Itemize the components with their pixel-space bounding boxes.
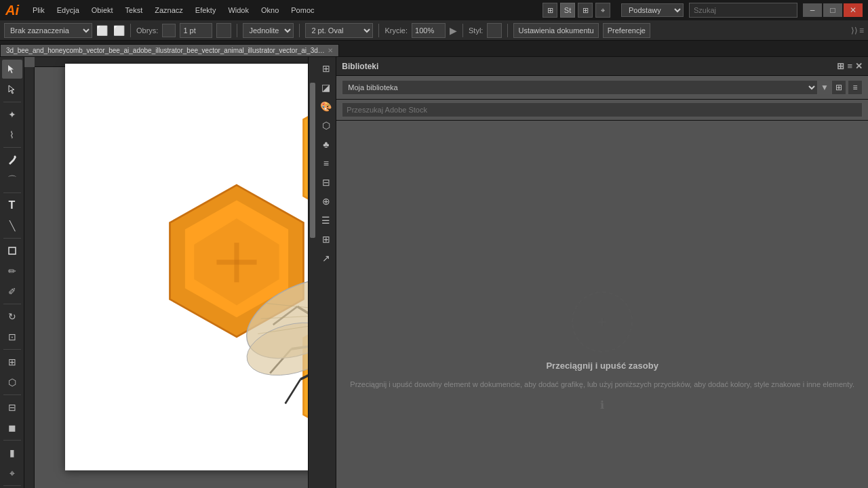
- stroke-swatch: [162, 24, 176, 37]
- vertical-ruler: [24, 67, 35, 488]
- maximize-button[interactable]: □: [823, 3, 842, 17]
- rectangle-tool[interactable]: [2, 241, 22, 260]
- free-transform-tool[interactable]: ⊞: [2, 352, 22, 371]
- artboard[interactable]: [65, 64, 316, 470]
- menu-obiekt[interactable]: Obiekt: [86, 3, 119, 17]
- direct-selection-tool[interactable]: [2, 80, 22, 99]
- stroke-icon: ⬜: [113, 25, 125, 36]
- mode-icon[interactable]: St: [560, 3, 575, 18]
- menu-widok[interactable]: Widok: [222, 3, 254, 17]
- drop-description: Przeciągnij i upuść dowolny element w do…: [350, 379, 854, 390]
- selection-icon: ⬜: [96, 25, 108, 36]
- library-list-btn[interactable]: ≡: [848, 80, 863, 95]
- panel-header: Biblioteki ⊞ ≡ ✕: [336, 57, 868, 76]
- doc-settings-button[interactable]: Ustawienia dokumentu: [513, 23, 598, 38]
- perspective-grid-tool[interactable]: ⊟: [2, 398, 22, 417]
- paintbrush-tool[interactable]: ✏: [2, 262, 22, 281]
- library-select[interactable]: Moja biblioteka: [342, 80, 818, 95]
- workspace-selector[interactable]: Podstawy: [621, 3, 684, 17]
- gradient-tool[interactable]: ◼: [2, 418, 22, 437]
- canvas-vertical-scrollbar[interactable]: [308, 57, 316, 488]
- panel-collapse-icon[interactable]: ⟩⟩: [851, 26, 858, 35]
- stroke-options[interactable]: [216, 23, 231, 38]
- transform-icon[interactable]: ⊕: [317, 192, 335, 210]
- tab-title: 3d_bee_and_honeycomb_vector_bee_ai_adobe…: [6, 47, 325, 54]
- menu-okno[interactable]: Okno: [256, 3, 284, 17]
- selection-selector[interactable]: Brak zaznaczenia: [4, 23, 92, 38]
- grid-icon[interactable]: ⊞: [578, 3, 593, 18]
- swatches-icon[interactable]: ⬡: [317, 117, 335, 134]
- opacity-label: Krycie:: [384, 26, 408, 35]
- opacity-input[interactable]: [412, 23, 446, 38]
- search-input[interactable]: [689, 3, 797, 18]
- svg-line-42: [285, 380, 300, 404]
- preferences-button[interactable]: Preferencje: [603, 23, 650, 38]
- menu-edycja[interactable]: Edycja: [52, 3, 85, 17]
- brush-icon[interactable]: ⌖: [595, 3, 610, 18]
- menu-zaznacz[interactable]: Zaznacz: [149, 3, 189, 17]
- scale-tool[interactable]: ⊡: [2, 327, 22, 346]
- stroke-style-select[interactable]: Jednolite: [243, 23, 294, 38]
- menu-efekty[interactable]: Efekty: [190, 3, 222, 17]
- symbols-icon[interactable]: ≡: [317, 155, 335, 172]
- document-tab[interactable]: 3d_bee_and_honeycomb_vector_bee_ai_adobe…: [0, 44, 339, 56]
- help-icon[interactable]: ℹ: [600, 399, 604, 411]
- graphic-styles-icon[interactable]: ⊟: [317, 174, 335, 191]
- library-empty-state: + Przeciągnij i upuść zasoby Przeciągnij…: [336, 121, 868, 488]
- type-tool[interactable]: T: [2, 196, 22, 215]
- close-button[interactable]: ✕: [844, 3, 863, 17]
- bee-illustration: [65, 64, 316, 470]
- brushes-icon[interactable]: ♣: [317, 136, 335, 153]
- tab-close-icon[interactable]: ✕: [328, 47, 333, 54]
- right-panel-area: ⊞ ◪ 🎨 ⬡ ♣ ≡ ⊟ ⊕ ☰ ⊞ ↗ Biblioteki ⊞ ≡: [316, 57, 868, 488]
- lasso-tool[interactable]: ⌇: [2, 125, 22, 144]
- library-selector: Moja biblioteka ▼ ⊞ ≡: [336, 76, 868, 100]
- library-dropdown-icon[interactable]: ▼: [821, 83, 829, 92]
- slice-tool[interactable]: ⌖: [2, 464, 22, 483]
- arrange-icon[interactable]: ⊞: [542, 3, 557, 18]
- stroke-width-input[interactable]: [180, 23, 212, 38]
- rotate-tool[interactable]: ↻: [2, 307, 22, 326]
- curvature-tool[interactable]: ⌒: [2, 171, 22, 190]
- selection-tool[interactable]: [2, 60, 22, 79]
- menu-pomoc[interactable]: Pomoc: [285, 3, 319, 17]
- library-grid-btn[interactable]: ⊞: [831, 80, 846, 95]
- libraries-panel: Biblioteki ⊞ ≡ ✕ Moja biblioteka ▼ ⊞ ≡: [336, 57, 868, 488]
- line-segment-tool[interactable]: ╲: [2, 216, 22, 235]
- left-toolbar: ✦ ⌇ ⌒ T ╲ ✏ ✐ ↻ ⊡ ⊞ ⬡ ⊟ ◼ ▮ ⌖ ⊕ ✋: [0, 57, 24, 488]
- panel-options-icon[interactable]: ≡: [859, 26, 864, 35]
- menu-tekst[interactable]: Tekst: [120, 3, 149, 17]
- canvas-area[interactable]: [24, 57, 316, 488]
- window-controls: – □ ✕: [803, 3, 863, 17]
- minimize-button[interactable]: –: [803, 3, 822, 17]
- chart-tool[interactable]: ▮: [2, 443, 22, 462]
- color-icon[interactable]: 🎨: [317, 98, 335, 115]
- menu-plik[interactable]: Plik: [27, 3, 50, 17]
- pathfinder-icon[interactable]: ⊞: [317, 230, 335, 248]
- options-bar: Brak zaznaczenia ⬜ ⬜ Obrys: Jednolite 2 …: [0, 20, 868, 41]
- stroke-style2-select[interactable]: 2 pt. Oval: [305, 23, 373, 38]
- library-search-input[interactable]: [342, 102, 863, 117]
- workspace-select[interactable]: Podstawy: [621, 3, 684, 17]
- list-view-btn[interactable]: ≡: [847, 61, 852, 71]
- stroke-label: Obrys:: [136, 26, 158, 35]
- opacity-expand-icon[interactable]: ▶: [450, 25, 457, 36]
- library-search-bar: [336, 100, 868, 121]
- document-tabs: 3d_bee_and_honeycomb_vector_bee_ai_adobe…: [0, 41, 868, 57]
- appearance-icon[interactable]: ◪: [317, 79, 335, 96]
- align-icon[interactable]: ☰: [317, 211, 335, 229]
- shaper-tool[interactable]: ⬡: [2, 373, 22, 392]
- external-link-icon[interactable]: ↗: [317, 249, 335, 267]
- drop-title: Przeciągnij i upuść zasoby: [546, 361, 658, 371]
- main-area: ✦ ⌇ ⌒ T ╲ ✏ ✐ ↻ ⊡ ⊞ ⬡ ⊟ ◼ ▮ ⌖ ⊕ ✋: [0, 57, 868, 488]
- libraries-icon[interactable]: ⊞: [317, 60, 335, 77]
- svg-point-0: [14, 156, 16, 158]
- pencil-tool[interactable]: ✐: [2, 282, 22, 301]
- pen-tool[interactable]: [2, 150, 22, 169]
- magic-wand-tool[interactable]: ✦: [2, 105, 22, 124]
- canvas-vertical-scrollbar-thumb[interactable]: [310, 83, 315, 238]
- panel-title: Biblioteki: [342, 62, 378, 71]
- panel-close-btn[interactable]: ✕: [855, 61, 863, 71]
- drop-zone-circle[interactable]: +: [572, 291, 633, 352]
- grid-view-btn[interactable]: ⊞: [837, 61, 844, 71]
